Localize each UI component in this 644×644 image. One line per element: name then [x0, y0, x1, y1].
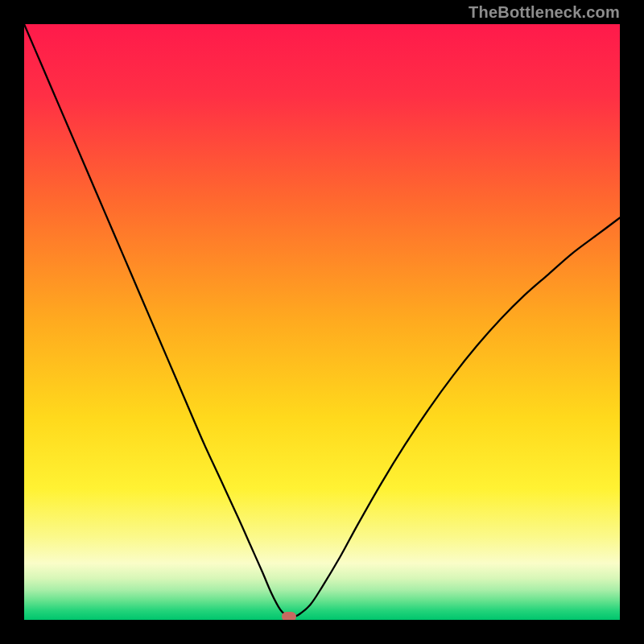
bottleneck-marker — [282, 612, 296, 620]
svg-rect-0 — [24, 24, 620, 620]
gradient-background — [24, 24, 620, 620]
watermark-text: TheBottleneck.com — [469, 3, 620, 22]
plot-area — [24, 24, 620, 620]
chart-frame: TheBottleneck.com — [0, 0, 644, 644]
